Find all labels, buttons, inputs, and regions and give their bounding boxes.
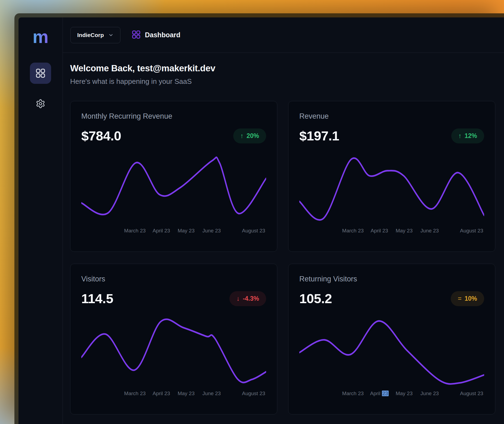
makerkit-logo: m [33, 28, 49, 46]
trend-badge: ↑ 12% [451, 128, 484, 143]
sidebar-nav [30, 63, 51, 114]
x-axis-label: March 23 [342, 391, 364, 397]
trend-value: 10% [465, 295, 477, 302]
x-axis-label: April 23 [153, 228, 170, 234]
x-axis-label: August 23 [242, 228, 265, 234]
x-axis-label: August 23 [460, 228, 483, 234]
organization-name: IndieCorp [77, 32, 104, 38]
x-axis-labels: March 23April 23May 23June 23August 23 [299, 228, 484, 235]
metric-value: $784.0 [81, 128, 121, 143]
x-axis-label: June 23 [421, 391, 439, 397]
chart-canvas [299, 318, 484, 387]
metric-value-row: 105.2 = 10% [299, 291, 484, 306]
trend-badge: ↓ -4.3% [229, 291, 266, 306]
x-axis-label: June 23 [421, 228, 439, 234]
x-axis-label: May 23 [396, 391, 412, 397]
dashboard-icon [132, 30, 141, 40]
metrics-grid: Monthly Recurring Revenue $784.0 ↑ 20% M… [70, 101, 495, 414]
x-axis-labels: March 23April 23May 23June 23August 23 [299, 391, 484, 398]
trend-badge: = 10% [451, 291, 484, 306]
metric-title: Monthly Recurring Revenue [81, 112, 266, 121]
x-axis-label: June 23 [203, 228, 221, 234]
line-chart: March 23April 23May 23June 23August 23 [299, 318, 484, 407]
organization-selector[interactable]: IndieCorp [70, 27, 120, 43]
sidebar-item-settings[interactable] [30, 93, 51, 114]
metric-card-mrr: Monthly Recurring Revenue $784.0 ↑ 20% M… [70, 101, 277, 252]
x-axis-label: April 23 [153, 391, 170, 397]
trend-value: 12% [465, 132, 477, 140]
chart-canvas [81, 155, 266, 224]
sidebar: m [18, 17, 63, 424]
settings-gear-icon [36, 99, 45, 109]
metric-value: 105.2 [299, 291, 332, 306]
window-content: m [18, 17, 504, 424]
chart-line [81, 319, 266, 382]
chart-line [299, 321, 484, 384]
trend-badge: ↑ 20% [233, 128, 266, 143]
welcome-heading: Welcome Back, test@makerkit.dev [70, 63, 495, 73]
metric-value-row: $784.0 ↑ 20% [81, 128, 266, 143]
equals-icon: = [458, 295, 462, 302]
x-axis-label: June 23 [203, 391, 221, 397]
x-axis-label: August 23 [242, 391, 265, 397]
x-axis-label: March 23 [124, 391, 146, 397]
metric-card-returning-visitors: Returning Visitors 105.2 = 10% March 23A… [288, 264, 495, 414]
line-chart: March 23April 23May 23June 23August 23 [81, 318, 266, 407]
x-axis-label: March 23 [124, 228, 146, 234]
x-axis-label: March 23 [342, 228, 364, 234]
sidebar-item-dashboard[interactable] [30, 63, 51, 84]
metric-value: 114.5 [81, 291, 113, 306]
metric-value-row: $197.1 ↑ 12% [299, 128, 484, 143]
line-chart: March 23April 23May 23June 23August 23 [81, 155, 266, 244]
x-axis-label: May 23 [178, 228, 194, 234]
metric-value: $197.1 [299, 128, 339, 143]
app-window: m [14, 13, 504, 424]
metric-title: Returning Visitors [299, 275, 484, 283]
selected-text: 23 [382, 391, 389, 396]
page-title-group: Dashboard [132, 30, 181, 40]
main-area: IndieCorp Dashboard [63, 17, 504, 424]
x-axis-labels: March 23April 23May 23June 23August 23 [81, 391, 266, 398]
chart-line [81, 157, 266, 214]
x-axis-labels: March 23April 23May 23June 23August 23 [81, 228, 266, 235]
chart-line [299, 158, 484, 220]
welcome-subtitle: Here's what is happening in your SaaS [70, 77, 495, 86]
arrow-up-icon: ↑ [458, 133, 462, 139]
arrow-down-icon: ↓ [237, 295, 240, 302]
metric-title: Revenue [299, 112, 484, 121]
page-title: Dashboard [145, 31, 181, 39]
chevron-down-icon [108, 32, 114, 38]
trend-value: 20% [247, 132, 259, 140]
metric-value-row: 114.5 ↓ -4.3% [81, 291, 266, 306]
chart-canvas [299, 155, 484, 224]
dashboard-content: Welcome Back, test@makerkit.dev Here's w… [63, 53, 504, 424]
x-axis-label: May 23 [396, 228, 412, 234]
line-chart: March 23April 23May 23June 23August 23 [299, 155, 484, 244]
x-axis-label: May 23 [178, 391, 194, 397]
x-axis-label: April 23 [371, 228, 388, 234]
x-axis-label: April 23 [370, 391, 388, 397]
trend-value: -4.3% [243, 295, 259, 302]
x-axis-label: August 23 [460, 391, 483, 397]
arrow-up-icon: ↑ [240, 133, 244, 139]
metric-card-visitors: Visitors 114.5 ↓ -4.3% March 23April 23M… [70, 264, 277, 414]
chart-canvas [81, 318, 266, 387]
metric-card-revenue: Revenue $197.1 ↑ 12% March 23April 23May… [288, 101, 495, 252]
metric-title: Visitors [81, 275, 266, 283]
top-header: IndieCorp Dashboard [63, 17, 504, 53]
dashboard-grid-icon [36, 68, 45, 78]
